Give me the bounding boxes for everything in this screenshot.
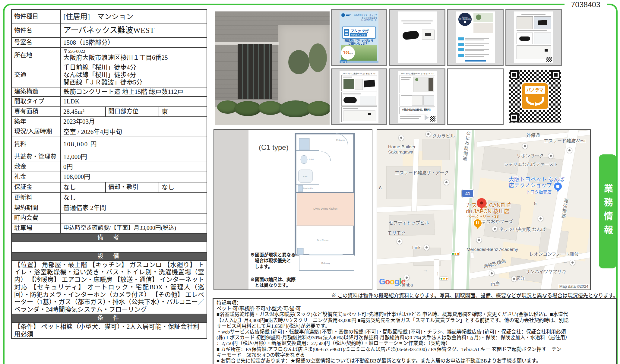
row-label: 駐車場: [11, 223, 61, 233]
map-label: 阿弥陀橋通: [483, 258, 506, 270]
gray-map-pin: [492, 226, 498, 232]
traffic-light-icon: [451, 252, 460, 256]
map-label: 外保通: [526, 133, 540, 138]
row-label: 開口部方位: [106, 107, 159, 117]
map-label: サンハイツヤマサキ: [526, 269, 566, 274]
map-label: トヨタ販売店: [526, 190, 552, 195]
equipment-text: 【位置】 角部屋・最上階 【キッチン】 ガスコンロ 【水廻り】 トイレ・浴室乾燥…: [11, 261, 207, 314]
map-label: 5: [534, 201, 536, 206]
map-label: 辰洋: [516, 276, 525, 281]
structure: 鉄筋コンクリート造 地上15階 総戸数112戸: [61, 87, 207, 97]
remarks-line: 【2人入居】月4,400円■退去時ハウスクリーニング費用33,000円 ■電気契…: [217, 318, 613, 323]
map-label: 大阪トヨペット なんば 店テクノショップ: [509, 176, 565, 188]
remarks-line: ：2,750円（税込/月額）・新品鍵交換費用：27,500円（税込/契約時）・鍵…: [217, 340, 613, 346]
conditions-header: 条 件: [11, 314, 207, 322]
row-label: 号室名: [11, 37, 61, 48]
gray-map-pin: [548, 153, 554, 159]
row-label: 建築構造: [11, 87, 61, 97]
map-label: リボンワーク: [517, 154, 544, 159]
room-label: Balcony: [321, 262, 330, 264]
flyer-row: [458, 43, 493, 46]
flyer-photo: [343, 79, 354, 89]
property-name: アーバネックス難波WEST: [61, 24, 207, 37]
text-bar: [521, 14, 546, 15]
business-info-tab[interactable]: 業務情報: [599, 154, 616, 268]
speed-value: 1G: [343, 50, 349, 55]
speed-unit: bps: [349, 52, 353, 55]
floorplan-margin: [214, 130, 248, 290]
map-label: カヌレ堂 CANELÉ du JAPON 桜川店: [466, 202, 511, 214]
text-bar: [343, 77, 352, 78]
flyer-thumbnail-points3: アーバネックス難波WEST おすすめポイント 小型犬1匹または猫1匹、飼育可！: [389, 68, 445, 125]
shrub: [307, 101, 330, 116]
room-number: 1508（15階部分）: [61, 37, 207, 48]
flyer-title: アーバネックス難波WEST おすすめポイント: [340, 72, 378, 75]
location-map[interactable]: 41 タカラビルHome Builder Sakuragawa外保通エスリード難…: [377, 129, 591, 290]
deposit: 0円: [61, 162, 207, 172]
speaker-flyer: [398, 11, 437, 63]
flyer-line: ご提供いたします！: [340, 42, 378, 45]
pet-ok-banner: 小型犬1匹または猫1匹、飼育可！: [400, 107, 434, 114]
conditions-text: 【条件】 ペット相談（小型犬、猫可）・2人入居可能・保証会社利用必須: [11, 322, 207, 339]
pet-note: 小型犬1匹または猫1匹、飼育可！: [400, 108, 434, 111]
flyer-photo: [473, 23, 493, 33]
row-label: 専有面積: [11, 107, 61, 117]
shrub: [234, 101, 261, 116]
map-label: まつおかフーズ: [482, 219, 513, 224]
remarks-line: ■ お問合せ先に指定があります：★掲載の空室情報については不動産BBが最新となり…: [217, 358, 613, 364]
text-bar: [400, 118, 419, 119]
badge-line: 置き配対応物件: [458, 18, 472, 21]
tree: [288, 50, 309, 74]
flyer-title: アーバネックス難波WEST おすすめポイント: [398, 72, 437, 75]
remarks-line: ・webサービス広告掲載 [許可]・転載事前連絡 [不要]・画像の転載 [不可]…: [217, 329, 613, 335]
room-label: Bath: [303, 176, 308, 178]
map-attribution: Map data ©2024: [558, 284, 590, 289]
flyer-section: [400, 94, 435, 106]
floorplan-panel: (C1 type) ※図面が現状と異なる 場合は現状優先と します。 ※図面の縮…: [214, 129, 372, 290]
built-year: 2023年03月: [61, 117, 207, 127]
flyer-row: [458, 37, 493, 41]
qr-finder: [510, 113, 519, 122]
row-label: 現況/入居時期: [11, 127, 61, 137]
map-label: ペーストリー・$$: [467, 214, 499, 219]
flyer-thumbnail-flets: 高品質なインターネットで あなたの新生活を しっかりサポート! フレッツ光 全戸…: [331, 9, 387, 66]
bathtub-photo: [343, 110, 375, 121]
renewal-fee: なし: [61, 193, 207, 203]
row-label: 物件名: [11, 24, 61, 37]
google-logo: Google: [379, 277, 405, 286]
row-label: 償却・敷引: [106, 182, 159, 193]
map-label: エスリード難波West: [544, 138, 586, 144]
map-label: セフティトップビル: [389, 220, 429, 226]
shower-photo: [360, 96, 375, 105]
map-label: 8: [379, 185, 381, 191]
floor-area: 28.45m²: [61, 107, 106, 117]
traffic-line: 千日前線「桜川」徒歩4分: [63, 64, 204, 71]
postal-code: 〒556-0022: [63, 49, 204, 54]
equipment-header: 設 備: [11, 252, 207, 261]
map-label: ネッツ中央大阪 なんば: [499, 227, 546, 232]
flyer-thumbnail-amazon: Amazon 置き配対応物件: [447, 9, 504, 66]
gray-map-pin: [522, 143, 528, 149]
entrance-door: [238, 44, 272, 99]
map-label: Home Builder Sakuragawa: [388, 144, 416, 155]
security-deposit: なし: [61, 182, 106, 193]
property-sheet: 7038403 物件種目[住居用] マンション 物件名アーバネックス難波WEST…: [0, 0, 620, 364]
gray-map-pin: [397, 239, 402, 244]
product-name: フレッツ光: [350, 28, 368, 33]
flyer-section: [341, 92, 377, 106]
availability: 空室 / 2026年4月中旬: [61, 127, 207, 137]
closet-photo: [412, 95, 423, 106]
building-photo: [215, 11, 330, 125]
map-label: Link: [412, 245, 421, 250]
text-bar: [401, 95, 413, 96]
remarks-line: サービス利用料として月1,650円(税込)が必要です。: [217, 323, 613, 329]
flyer-photo: [534, 16, 551, 29]
document-number: 7038403: [567, 0, 604, 9]
speed-badge: 1Gbps: [341, 46, 355, 60]
points-flyer: アーバネックス難波WEST おすすめポイント 小型犬1匹または猫1匹、飼育可！: [398, 71, 437, 123]
speaker-photo: [343, 97, 357, 103]
flyer-photo: [517, 16, 533, 29]
text-bar: [517, 30, 547, 31]
remarks-line: キーモード 5870※ 4つの数字をなぞる: [217, 352, 613, 358]
traffic-line: なんば線「桜川」徒歩4分: [63, 71, 204, 79]
